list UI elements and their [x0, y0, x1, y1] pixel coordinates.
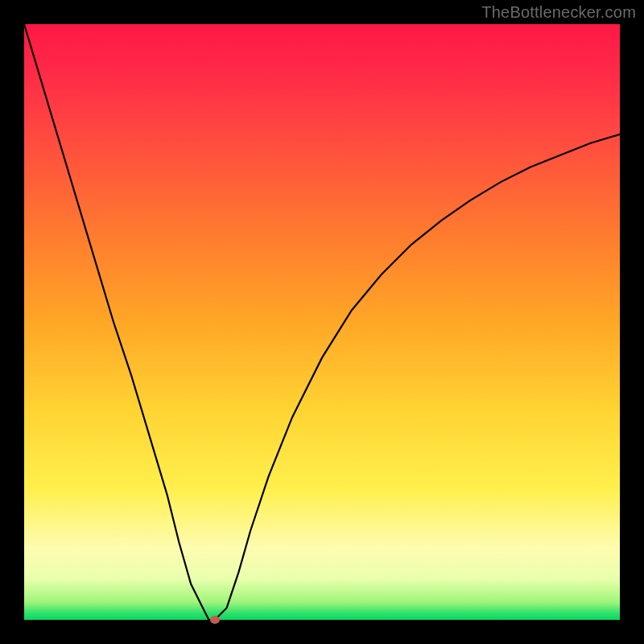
credit-text: TheBottlenecker.com — [481, 3, 636, 22]
curve-path — [24, 24, 620, 620]
chart-frame: TheBottlenecker.com — [0, 0, 644, 644]
optimal-marker — [210, 616, 220, 624]
bottleneck-curve — [24, 24, 620, 620]
plot-area — [24, 24, 620, 620]
